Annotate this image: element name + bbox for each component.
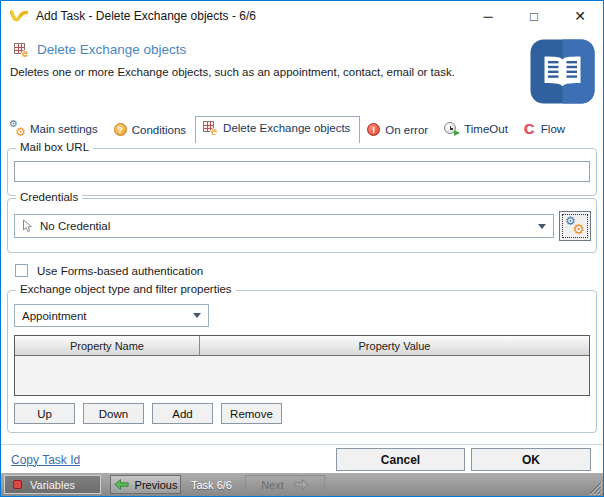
tab-timeout[interactable]: TimeOut	[437, 118, 517, 141]
mailbox-url-label: Mail box URL	[16, 141, 93, 153]
credentials-group: Credentials No Credential ⚙⚙	[7, 198, 597, 253]
minimize-button[interactable]: ─	[465, 1, 511, 31]
previous-label: Previous	[135, 479, 178, 491]
maximize-button[interactable]: □	[511, 1, 557, 31]
cancel-button[interactable]: Cancel	[336, 448, 465, 471]
window-controls: ─ □ ✕	[465, 1, 603, 31]
variables-button[interactable]: Variables	[4, 475, 101, 494]
next-task-button[interactable]: Next	[245, 475, 325, 494]
resize-grip[interactable]	[589, 482, 602, 495]
mailbox-url-group: Mail box URL	[7, 148, 597, 196]
gear-icon: ⚙⚙	[566, 218, 584, 234]
task-header: Delete Exchange objects Deletes one or m…	[1, 31, 603, 114]
dialog-footer: Copy Task Id Cancel OK	[1, 444, 603, 474]
tab-on-error[interactable]: On error	[360, 119, 437, 141]
error-icon	[367, 123, 380, 136]
tab-flow[interactable]: Flow	[517, 118, 574, 141]
tab-label: TimeOut	[464, 123, 508, 135]
tab-main-settings[interactable]: ⚙⚙ Main settings	[3, 118, 107, 141]
next-label: Next	[261, 479, 284, 491]
task-description: Deletes one or more Exchange objects, su…	[10, 66, 510, 78]
tab-strip: ⚙⚙ Main settings Conditions Delete Excha…	[1, 114, 603, 143]
gear-icon: ⚙⚙	[10, 122, 25, 136]
forms-auth-row: Use Forms-based authentication	[15, 264, 203, 277]
chevron-down-icon	[193, 313, 201, 318]
exchange-book-icon	[530, 39, 595, 104]
add-task-dialog: Add Task - Delete Exchange objects - 6/6…	[0, 0, 604, 497]
tab-label: Flow	[541, 123, 565, 135]
tab-label: Conditions	[132, 124, 186, 136]
question-icon	[114, 123, 127, 136]
timeout-clock-icon	[444, 122, 459, 136]
close-button[interactable]: ✕	[557, 1, 603, 31]
column-property-value[interactable]: Property Value	[200, 336, 589, 356]
window-title: Add Task - Delete Exchange objects - 6/6	[36, 9, 256, 23]
delete-exchange-icon	[203, 121, 218, 135]
up-button[interactable]: Up	[14, 403, 75, 424]
tab-label: On error	[385, 124, 428, 136]
chevron-down-icon	[538, 224, 546, 229]
task-type-title: Delete Exchange objects	[37, 42, 186, 57]
cursor-pointer-icon	[22, 219, 33, 233]
exchange-filter-group: Exchange object type and filter properti…	[7, 290, 597, 433]
ok-button[interactable]: OK	[471, 448, 591, 471]
tab-content: Mail box URL Credentials No Credential ⚙…	[1, 141, 603, 444]
properties-table[interactable]: Property Name Property Value	[14, 335, 590, 396]
column-property-name[interactable]: Property Name	[15, 336, 200, 356]
tab-conditions[interactable]: Conditions	[107, 119, 195, 141]
copy-task-id-link[interactable]: Copy Task Id	[11, 453, 80, 467]
object-type-selected-value: Appointment	[22, 310, 87, 322]
credential-select[interactable]: No Credential	[14, 214, 554, 238]
previous-task-button[interactable]: Previous	[110, 475, 181, 494]
credential-selected-value: No Credential	[40, 220, 110, 232]
table-buttons-row: Up Down Add Remove	[14, 403, 282, 424]
arrow-right-icon	[294, 479, 309, 490]
variables-icon	[13, 480, 22, 489]
variables-label: Variables	[30, 479, 75, 491]
tab-delete-exchange-objects[interactable]: Delete Exchange objects	[195, 116, 360, 143]
forms-auth-label: Use Forms-based authentication	[37, 265, 203, 277]
remove-button[interactable]: Remove	[221, 403, 282, 424]
forms-auth-checkbox[interactable]	[15, 264, 28, 277]
object-type-select[interactable]: Appointment	[14, 304, 209, 327]
tab-label: Delete Exchange objects	[223, 122, 350, 134]
mailbox-url-input[interactable]	[14, 161, 590, 182]
add-button[interactable]: Add	[152, 403, 213, 424]
down-button[interactable]: Down	[83, 403, 144, 424]
arrow-left-icon	[114, 479, 129, 490]
credentials-label: Credentials	[16, 191, 82, 203]
delete-exchange-icon	[14, 43, 29, 57]
app-logo-icon	[10, 9, 28, 23]
exchange-filter-label: Exchange object type and filter properti…	[16, 283, 236, 295]
properties-table-header: Property Name Property Value	[15, 336, 589, 356]
task-position-label: Task 6/6	[191, 479, 232, 491]
title-bar[interactable]: Add Task - Delete Exchange objects - 6/6…	[1, 1, 603, 31]
flow-arrow-icon	[524, 122, 536, 136]
tab-label: Main settings	[30, 123, 98, 135]
status-bar: Variables Previous Task 6/6 Next	[1, 473, 603, 496]
manage-credentials-button[interactable]: ⚙⚙	[559, 211, 591, 241]
